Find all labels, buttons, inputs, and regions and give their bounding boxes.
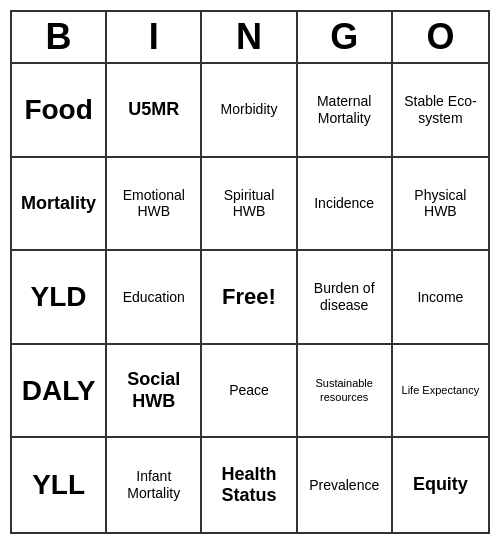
bingo-cell-2: Morbidity <box>202 64 297 158</box>
bingo-cell-5: Mortality <box>12 158 107 252</box>
bingo-cell-12: Free! <box>202 251 297 345</box>
bingo-header: BINGO <box>12 12 488 64</box>
bingo-cell-15: DALY <box>12 345 107 439</box>
header-letter-o: O <box>393 12 488 62</box>
bingo-cell-14: Income <box>393 251 488 345</box>
bingo-cell-4: Stable Eco-system <box>393 64 488 158</box>
bingo-cell-3: Maternal Mortality <box>298 64 393 158</box>
bingo-cell-22: Health Status <box>202 438 297 532</box>
bingo-cell-16: Social HWB <box>107 345 202 439</box>
bingo-grid: FoodU5MRMorbidityMaternal MortalityStabl… <box>12 64 488 532</box>
bingo-cell-6: Emotional HWB <box>107 158 202 252</box>
bingo-card: BINGO FoodU5MRMorbidityMaternal Mortalit… <box>10 10 490 534</box>
header-letter-i: I <box>107 12 202 62</box>
bingo-cell-1: U5MR <box>107 64 202 158</box>
header-letter-b: B <box>12 12 107 62</box>
bingo-cell-11: Education <box>107 251 202 345</box>
bingo-cell-8: Incidence <box>298 158 393 252</box>
header-letter-n: N <box>202 12 297 62</box>
bingo-cell-0: Food <box>12 64 107 158</box>
bingo-cell-19: Life Expectancy <box>393 345 488 439</box>
bingo-cell-7: Spiritual HWB <box>202 158 297 252</box>
bingo-cell-21: Infant Mortality <box>107 438 202 532</box>
bingo-cell-24: Equity <box>393 438 488 532</box>
bingo-cell-23: Prevalence <box>298 438 393 532</box>
bingo-cell-9: Physical HWB <box>393 158 488 252</box>
header-letter-g: G <box>298 12 393 62</box>
bingo-cell-17: Peace <box>202 345 297 439</box>
bingo-cell-10: YLD <box>12 251 107 345</box>
bingo-cell-13: Burden of disease <box>298 251 393 345</box>
bingo-cell-18: Sustainable resources <box>298 345 393 439</box>
bingo-cell-20: YLL <box>12 438 107 532</box>
